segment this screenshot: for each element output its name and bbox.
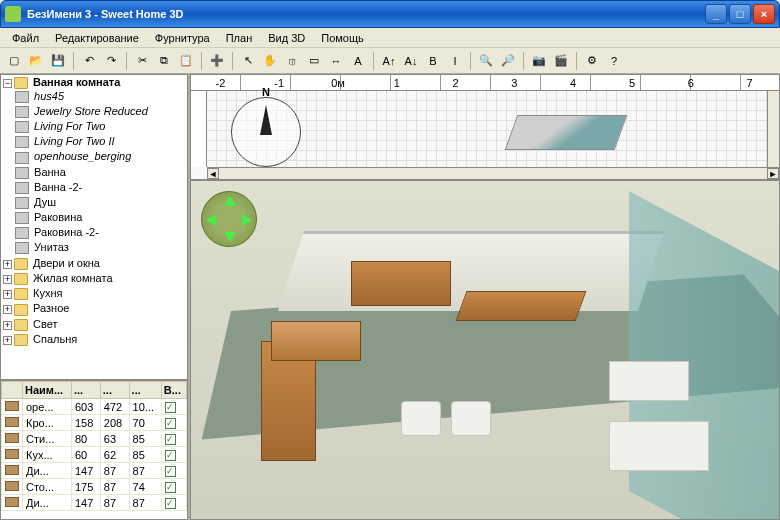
collapse-icon[interactable]: − [3,79,12,88]
table-row[interactable]: Кух...606285✓ [2,447,187,463]
menu-plan[interactable]: План [218,30,261,46]
text-italic-button[interactable]: I [445,51,465,71]
ruler-tick: 5 [603,75,662,90]
help-button[interactable]: ? [604,51,624,71]
column-header[interactable]: Наим... [23,382,72,399]
expand-icon[interactable]: + [3,290,12,299]
column-header[interactable]: ... [71,382,100,399]
menu-view3d[interactable]: Вид 3D [260,30,313,46]
nav-right-icon[interactable] [242,214,252,226]
pointer-button[interactable]: ↖ [238,51,258,71]
copy-button[interactable]: ⧉ [154,51,174,71]
menu-furniture[interactable]: Фурнитура [147,30,218,46]
open-button[interactable]: 📂 [26,51,46,71]
visible-checkbox[interactable]: ✓ [165,402,176,413]
tree-item[interactable]: Раковина [15,210,187,225]
menu-edit[interactable]: Редактирование [47,30,147,46]
compass-icon[interactable] [231,97,301,167]
room-button[interactable]: ▭ [304,51,324,71]
tree-category[interactable]: + Разное [3,301,187,316]
table-row[interactable]: оре...60347210...✓ [2,399,187,415]
3d-nav-knob[interactable] [201,191,257,247]
furniture-table[interactable]: Наим............В... оре...60347210...✓К… [0,380,188,520]
nav-down-icon[interactable] [224,232,236,242]
item-icon [15,152,29,164]
column-header[interactable]: ... [100,382,129,399]
save-button[interactable]: 💾 [48,51,68,71]
tree-category[interactable]: + Свет [3,317,187,332]
video-button[interactable]: 🎬 [551,51,571,71]
tree-item[interactable]: Ванна [15,165,187,180]
tree-item[interactable]: Jewelry Store Reduced [15,104,187,119]
nav-up-icon[interactable] [224,196,236,206]
redo-button[interactable]: ↷ [101,51,121,71]
visible-checkbox[interactable]: ✓ [165,482,176,493]
menu-file[interactable]: Файл [4,30,47,46]
zoom-in-button[interactable]: 🔍 [476,51,496,71]
folder-icon [14,319,28,331]
column-header[interactable]: В... [161,382,186,399]
expand-icon[interactable]: + [3,336,12,345]
column-header[interactable]: ... [129,382,161,399]
tree-category[interactable]: + Кухня [3,286,187,301]
plan-model[interactable] [505,115,628,150]
tree-item[interactable]: Душ [15,195,187,210]
tree-item[interactable]: Ванна -2- [15,180,187,195]
visible-checkbox[interactable]: ✓ [165,466,176,477]
visible-checkbox[interactable]: ✓ [165,418,176,429]
maximize-button[interactable]: □ [729,4,751,24]
expand-icon[interactable]: + [3,260,12,269]
cut-button[interactable]: ✂ [132,51,152,71]
scroll-track[interactable] [219,168,767,179]
photo-button[interactable]: 📷 [529,51,549,71]
table-row[interactable]: Сто...1758774✓ [2,479,187,495]
prefs-button[interactable]: ⚙ [582,51,602,71]
scroll-right-button[interactable]: ► [767,168,779,179]
plan-vscroll[interactable] [767,91,779,167]
plan-hscroll[interactable]: ◄ ► [207,167,779,179]
text-smaller-button[interactable]: A↓ [401,51,421,71]
tree-category[interactable]: + Спальня [3,332,187,347]
visible-checkbox[interactable]: ✓ [165,450,176,461]
text-bold-button[interactable]: B [423,51,443,71]
view-3d[interactable] [190,180,780,520]
visible-checkbox[interactable]: ✓ [165,434,176,445]
table-row[interactable]: Ди...1478787✓ [2,463,187,479]
text-bigger-button[interactable]: A↑ [379,51,399,71]
text-button[interactable]: A [348,51,368,71]
tree-item[interactable]: Living For Two II [15,134,187,149]
scroll-left-button[interactable]: ◄ [207,168,219,179]
expand-icon[interactable]: + [3,305,12,314]
new-button[interactable]: ▢ [4,51,24,71]
nav-left-icon[interactable] [206,214,216,226]
paste-button[interactable]: 📋 [176,51,196,71]
tree-item[interactable]: Раковина -2- [15,225,187,240]
tree-item[interactable]: Living For Two [15,119,187,134]
ruler-tick: 0м [309,75,368,90]
table-row[interactable]: Сти...806385✓ [2,431,187,447]
zoom-out-button[interactable]: 🔎 [498,51,518,71]
add-furn-button[interactable]: ➕ [207,51,227,71]
vertical-ruler [191,91,207,167]
minimize-button[interactable]: _ [705,4,727,24]
wall-button[interactable]: ⎅ [282,51,302,71]
tree-item[interactable]: hus45 [15,89,187,104]
furniture-icon [5,465,19,475]
pan-button[interactable]: ✋ [260,51,280,71]
table-row[interactable]: Кро...15820870✓ [2,415,187,431]
catalog-tree[interactable]: − Ванная комната hus45 Jewelry Store Red… [0,74,188,380]
expand-icon[interactable]: + [3,275,12,284]
plan-view[interactable]: -2-10м1234567 ◄ ► [190,74,780,180]
tree-item[interactable]: Унитаз [15,240,187,255]
tree-category[interactable]: + Жилая комната [3,271,187,286]
3d-scene[interactable] [201,211,769,509]
tree-category[interactable]: + Двери и окна [3,256,187,271]
visible-checkbox[interactable]: ✓ [165,498,176,509]
undo-button[interactable]: ↶ [79,51,99,71]
tree-item[interactable]: openhouse_berging [15,149,187,164]
close-button[interactable]: × [753,4,775,24]
table-row[interactable]: Ди...1478787✓ [2,495,187,511]
expand-icon[interactable]: + [3,321,12,330]
menu-help[interactable]: Помощь [313,30,372,46]
dimension-button[interactable]: ↔ [326,51,346,71]
